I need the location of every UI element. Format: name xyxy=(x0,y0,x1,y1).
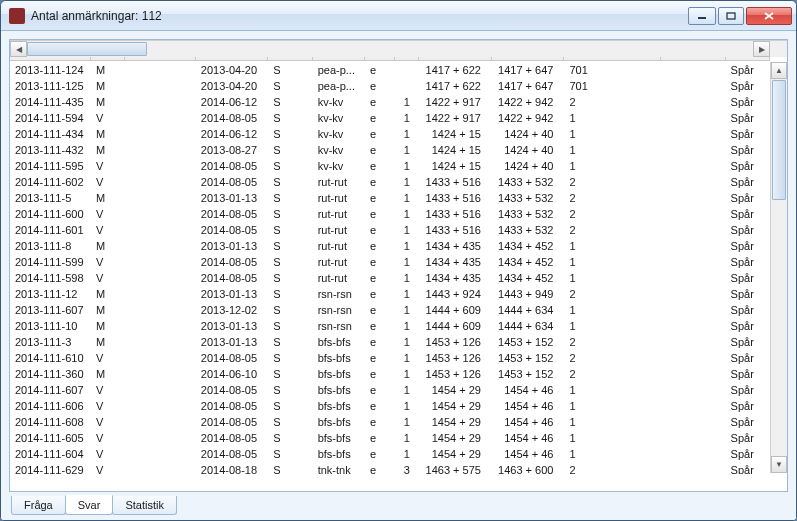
table-row[interactable]: 2013-111-8M2013-01-13Srut-rute11434 + 43… xyxy=(10,238,770,254)
maximize-button[interactable] xyxy=(718,7,744,25)
hscroll-thumb[interactable] xyxy=(27,42,147,56)
horizontal-scrollbar[interactable]: ◀ ▶ xyxy=(10,40,787,57)
close-icon xyxy=(764,12,774,20)
table-row[interactable]: 2014-111-607V2014-08-05Sbfs-bfse11454 + … xyxy=(10,382,770,398)
table-row[interactable]: 2013-111-5M2013-01-13Srut-rute11433 + 51… xyxy=(10,190,770,206)
minimize-button[interactable] xyxy=(688,7,716,25)
cell-atgard xyxy=(125,78,196,94)
cell-anlag2: Spår xyxy=(725,78,769,94)
cell-besikt: S xyxy=(268,222,312,238)
cell-kmfran: 1422 + 917 xyxy=(419,94,492,110)
close-button[interactable] xyxy=(746,7,792,25)
cell-une: e xyxy=(365,302,395,318)
table-row[interactable]: 2014-111-435M2014-06-12Skv-kve11422 + 91… xyxy=(10,94,770,110)
cell-kmfran: 1434 + 435 xyxy=(419,270,492,286)
scroll-down-button[interactable]: ▼ xyxy=(771,456,787,473)
cell-kmtill: 1433 + 532 xyxy=(491,222,564,238)
cell-atgard xyxy=(125,94,196,110)
cell-tpl: bfs-bfs xyxy=(312,366,364,382)
tab-bar: FrågaSvarStatistik xyxy=(9,492,788,516)
tab-fraga[interactable]: Fråga xyxy=(11,496,66,515)
table-row[interactable]: 2013-111-3M2013-01-13Sbfs-bfse11453 + 12… xyxy=(10,334,770,350)
cell-id: 2014-111-605 xyxy=(10,430,91,446)
cell-atgard xyxy=(125,158,196,174)
table-row[interactable]: 2014-111-606V2014-08-05Sbfs-bfse11454 + … xyxy=(10,398,770,414)
vertical-scrollbar[interactable]: ▲ ▼ xyxy=(770,62,787,473)
cell-une: e xyxy=(365,414,395,430)
tab-svar[interactable]: Svar xyxy=(65,495,114,515)
cell-besikt: S xyxy=(268,94,312,110)
cell-prio: V xyxy=(91,446,125,462)
cell-anlagg: 2 xyxy=(564,94,661,110)
cell-lages xyxy=(661,142,725,158)
title-bar[interactable]: Antal anmärkningar: 112 xyxy=(1,1,796,31)
table-row[interactable]: 2014-111-601V2014-08-05Srut-rute11433 + … xyxy=(10,222,770,238)
cell-atgard xyxy=(125,222,196,238)
cell-une: e xyxy=(365,158,395,174)
cell-kmtill: 1453 + 152 xyxy=(491,334,564,350)
table-row[interactable]: 2014-111-594V2014-08-05Skv-kve11422 + 91… xyxy=(10,110,770,126)
cell-sp: 1 xyxy=(395,238,419,254)
table-row[interactable]: 2014-111-629V2014-08-18Stnk-tnke31463 + … xyxy=(10,462,770,474)
table-row[interactable]: 2014-111-434M2014-06-12Skv-kve11424 + 15… xyxy=(10,126,770,142)
vscroll-thumb[interactable] xyxy=(772,80,786,200)
scroll-up-button[interactable]: ▲ xyxy=(771,62,787,79)
scroll-corner xyxy=(770,41,787,57)
cell-anlag2: Spår xyxy=(725,238,769,254)
cell-id: 2014-111-608 xyxy=(10,414,91,430)
table-row[interactable]: 2014-111-595V2014-08-05Skv-kve11424 + 15… xyxy=(10,158,770,174)
cell-besikt: S xyxy=(268,318,312,334)
maximize-icon xyxy=(726,12,736,20)
cell-besikt: S xyxy=(268,414,312,430)
cell-kmfran: 1422 + 917 xyxy=(419,110,492,126)
table-row[interactable]: 2014-111-600V2014-08-05Srut-rute11433 + … xyxy=(10,206,770,222)
table-row[interactable]: 2013-111-432M2013-08-27Skv-kve11424 + 15… xyxy=(10,142,770,158)
table-row[interactable]: 2014-111-602V2014-08-05Srut-rute11433 + … xyxy=(10,174,770,190)
table-row[interactable]: 2014-111-360M2014-06-10Sbfs-bfse11453 + … xyxy=(10,366,770,382)
table-row[interactable]: 2014-111-599V2014-08-05Srut-rute11434 + … xyxy=(10,254,770,270)
cell-kmfran: 1454 + 29 xyxy=(419,446,492,462)
cell-kmtill: 1424 + 40 xyxy=(491,158,564,174)
cell-besikt: S xyxy=(268,286,312,302)
cell-une: e xyxy=(365,190,395,206)
cell-prio: M xyxy=(91,126,125,142)
cell-kmfran: 1434 + 435 xyxy=(419,238,492,254)
cell-lages xyxy=(661,254,725,270)
cell-anlagg: 1 xyxy=(564,238,661,254)
table-row[interactable]: 2014-111-608V2014-08-05Sbfs-bfse11454 + … xyxy=(10,414,770,430)
cell-anlagg: 1 xyxy=(564,414,661,430)
cell-prio: V xyxy=(91,414,125,430)
grid-body[interactable]: 2013-111-124M2013-04-20Spea-p...e1417 + … xyxy=(10,62,770,474)
table-row[interactable]: 2013-111-12M2013-01-13Srsn-rsne11443 + 9… xyxy=(10,286,770,302)
tab-statistik[interactable]: Statistik xyxy=(112,496,177,515)
cell-une: e xyxy=(365,350,395,366)
cell-anlagg: 2 xyxy=(564,174,661,190)
scroll-right-button[interactable]: ▶ xyxy=(753,41,770,57)
table-row[interactable]: 2013-111-10M2013-01-13Srsn-rsne11444 + 6… xyxy=(10,318,770,334)
table-row[interactable]: 2014-111-605V2014-08-05Sbfs-bfse11454 + … xyxy=(10,430,770,446)
scroll-left-button[interactable]: ◀ xyxy=(10,41,27,57)
table-row[interactable]: 2013-111-124M2013-04-20Spea-p...e1417 + … xyxy=(10,62,770,78)
hscroll-track[interactable] xyxy=(27,41,753,57)
cell-tpl: rsn-rsn xyxy=(312,302,364,318)
cell-atgard xyxy=(125,334,196,350)
cell-lages xyxy=(661,398,725,414)
table-row[interactable]: 2013-111-607M2013-12-02Srsn-rsne11444 + … xyxy=(10,302,770,318)
table-row[interactable]: 2014-111-598V2014-08-05Srut-rute11434 + … xyxy=(10,270,770,286)
cell-atgard xyxy=(125,238,196,254)
cell-besikt_d: 2014-06-12 xyxy=(195,126,268,142)
table-row[interactable]: 2013-111-125M2013-04-20Spea-p...e1417 + … xyxy=(10,78,770,94)
cell-anlagg: 1 xyxy=(564,142,661,158)
chevron-right-icon: ▶ xyxy=(759,45,765,54)
cell-lages xyxy=(661,94,725,110)
cell-tpl: bfs-bfs xyxy=(312,446,364,462)
cell-kmfran: 1424 + 15 xyxy=(419,142,492,158)
table-row[interactable]: 2014-111-604V2014-08-05Sbfs-bfse11454 + … xyxy=(10,446,770,462)
cell-une: e xyxy=(365,318,395,334)
table-row[interactable]: 2014-111-610V2014-08-05Sbfs-bfse11453 + … xyxy=(10,350,770,366)
cell-tpl: kv-kv xyxy=(312,126,364,142)
cell-anlagg: 1 xyxy=(564,158,661,174)
cell-lages xyxy=(661,350,725,366)
cell-une: e xyxy=(365,222,395,238)
cell-kmtill: 1454 + 46 xyxy=(491,382,564,398)
